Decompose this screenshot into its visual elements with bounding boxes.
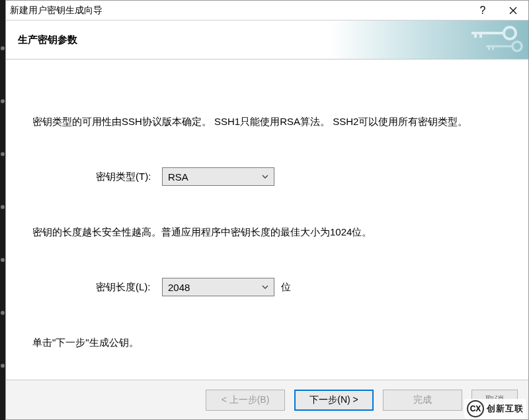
back-button[interactable]: < 上一步(B) [206, 390, 285, 411]
key-type-value: RSA [168, 171, 188, 183]
help-button[interactable]: ? [468, 1, 498, 21]
key-length-unit: 位 [281, 281, 291, 294]
key-length-label: 密钥长度(L): [96, 281, 162, 294]
svg-rect-3 [479, 32, 482, 38]
svg-rect-7 [492, 46, 494, 50]
watermark-text: 创新互联 [487, 403, 524, 415]
key-length-description: 密钥的长度越长安全性越高。普通应用程序中密钥长度的最佳大小为1024位。 [32, 223, 502, 241]
banner-heading: 生产密钥参数 [18, 34, 77, 46]
key-type-description: 密钥类型的可用性由SSH协议版本确定。 SSH1只能使用RSA算法。 SSH2可… [32, 112, 502, 130]
chevron-down-icon [262, 173, 268, 180]
wizard-window: 新建用户密钥生成向导 ? 生产密钥参数 密钥类型 [5, 0, 529, 420]
next-step-hint: 单击"下一步"生成公钥。 [32, 333, 502, 351]
key-length-value: 2048 [168, 282, 190, 293]
watermark-badge: CX [467, 400, 484, 417]
key-type-select[interactable]: RSA [162, 167, 274, 186]
next-button[interactable]: 下一步(N) > [294, 390, 374, 411]
key-type-row: 密钥类型(T): RSA [32, 167, 502, 186]
key-icon [486, 40, 523, 52]
watermark: CX 创新互联 [464, 399, 526, 419]
close-button[interactable] [498, 1, 528, 21]
chevron-down-icon [262, 284, 268, 290]
key-type-label: 密钥类型(T): [96, 171, 162, 183]
svg-rect-2 [474, 32, 477, 38]
key-length-row: 密钥长度(L): 2048 位 [32, 278, 502, 296]
finish-button[interactable]: 完成 [383, 390, 462, 411]
svg-point-4 [512, 42, 522, 51]
key-length-select[interactable]: 2048 [162, 278, 274, 296]
close-icon [509, 7, 517, 15]
svg-rect-6 [488, 46, 490, 50]
wizard-footer: < 上一步(B) 下一步(N) > 完成 取消 [6, 380, 528, 419]
help-icon: ? [480, 5, 486, 17]
banner-decoration [330, 21, 528, 59]
window-title: 新建用户密钥生成向导 [10, 5, 468, 17]
svg-point-0 [504, 27, 516, 39]
outside-window-edge [0, 0, 5, 420]
key-icon [471, 26, 518, 40]
wizard-banner: 生产密钥参数 [6, 21, 528, 59]
wizard-content: 密钥类型的可用性由SSH协议版本确定。 SSH1只能使用RSA算法。 SSH2可… [6, 60, 528, 380]
titlebar: 新建用户密钥生成向导 ? [6, 1, 528, 21]
